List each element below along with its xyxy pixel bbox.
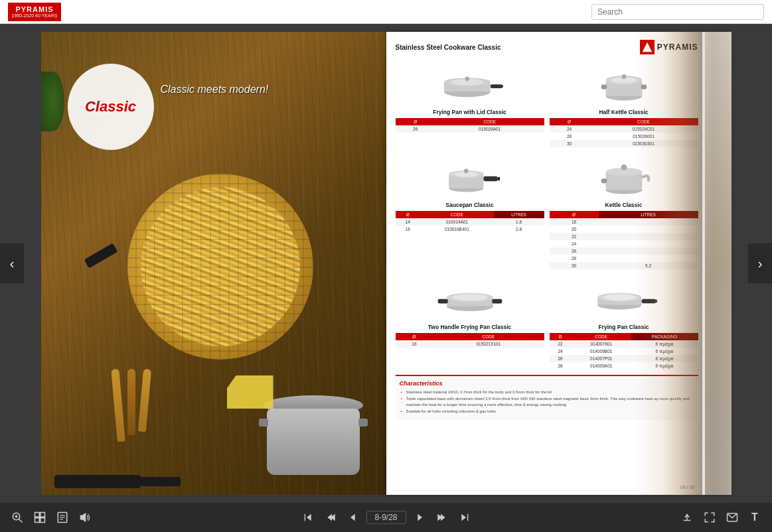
nav-next-section-button[interactable] [433, 508, 451, 527]
toolbar-left [8, 508, 94, 527]
col-header-code: CODE [435, 118, 544, 125]
svg-rect-44 [40, 513, 45, 517]
characteristic-item-3: Suitable for all hobs including inductio… [400, 409, 694, 414]
product-row-1: Frying Pan with Lid Classic Ø CODE [396, 60, 698, 147]
pyramis-brand-name: PYRAMIS [657, 42, 698, 52]
svg-rect-32 [492, 299, 502, 303]
classic-tagline: Classic meets modern! [161, 84, 269, 96]
table-row: 24014009B016 τεμάχια [550, 348, 698, 355]
half-kettle-image [597, 60, 651, 106]
page-indicator: 8-9/28 [366, 511, 406, 524]
svg-marker-56 [350, 514, 355, 521]
svg-point-30 [452, 294, 487, 300]
svg-rect-31 [437, 299, 447, 303]
two-handle-pan-section: Two Handle Frying Pan Classic Ø CODE [396, 275, 544, 369]
svg-rect-20 [483, 176, 497, 181]
svg-point-19 [464, 168, 469, 173]
table-row: 18 [550, 218, 698, 226]
characteristics-title: Characteristics [400, 380, 694, 387]
kettle-svg [597, 156, 651, 196]
cheese-wedge [227, 375, 273, 409]
table-row: 28 [550, 255, 698, 262]
zoom-in-icon [11, 511, 23, 523]
topbar: PYRAMIS 1960-2020 60 YEARS [0, 0, 772, 24]
svg-marker-57 [418, 514, 422, 521]
svg-point-5 [465, 76, 469, 81]
prev-page-button[interactable]: ‹ [0, 243, 24, 283]
next-section-icon [437, 512, 447, 523]
two-handle-pan-image [437, 275, 503, 321]
zoom-in-button[interactable] [8, 508, 27, 527]
search-input[interactable] [591, 4, 764, 20]
half-kettle-name: Half Kettle Classic [599, 109, 648, 115]
nav-last-button[interactable] [455, 508, 474, 527]
sound-button[interactable] [76, 508, 94, 527]
nav-prev-section-button[interactable] [321, 508, 340, 527]
kettle-table: Ø LITRES 18 20 22 24 26 28 [550, 211, 698, 269]
prev-section-icon [325, 512, 336, 523]
fullscreen-button[interactable] [700, 508, 719, 527]
saucepan-table: Ø CODE LITRES 14010014A011.8 16010016B40… [396, 211, 544, 233]
svg-marker-53 [307, 514, 311, 521]
page-number: 08 / 09 [680, 485, 694, 490]
svg-rect-7 [502, 85, 503, 88]
email-button[interactable] [723, 508, 741, 527]
saucepan-svg [440, 156, 500, 196]
pyramis-triangle-icon [641, 41, 653, 53]
characteristic-item-1: Stainless steel material 18/10, 0.7mm th… [400, 389, 694, 395]
nav-prev-button[interactable] [344, 508, 362, 527]
logo-box: PYRAMIS 1960-2020 60 YEARS [8, 3, 61, 21]
table-row: 28015028001 [550, 133, 698, 140]
svg-rect-14 [641, 85, 647, 90]
two-handle-pan-name: Two Handle Frying Pan Classic [428, 324, 512, 330]
share-button[interactable] [678, 508, 696, 527]
leaf-decoration [41, 72, 64, 131]
cookware-series: Classic [477, 44, 501, 51]
table-row: 20 [550, 226, 698, 233]
pan-handle [84, 243, 117, 269]
svg-marker-51 [80, 513, 86, 521]
nav-first-button[interactable] [299, 508, 317, 527]
svg-rect-45 [35, 518, 40, 523]
svg-rect-6 [490, 84, 502, 88]
next-page-icon [414, 512, 425, 523]
pyramis-logo-icon [640, 40, 655, 54]
characteristic-item-2: Triple capsulated base with aluminium sh… [400, 396, 694, 407]
characteristics-section: Characteristics Stainless steel material… [396, 375, 698, 420]
search-container[interactable] [591, 4, 764, 20]
toolbar-right: T [678, 508, 764, 527]
next-page-button[interactable]: › [748, 243, 772, 283]
saucepan-image [440, 153, 500, 199]
page-right: Stainless Steel Cookware Classic PYRAMIS [386, 32, 732, 495]
svg-rect-13 [601, 85, 607, 90]
fries-basket [127, 174, 313, 360]
svg-marker-61 [461, 514, 466, 521]
frying-pan-lid-name: Frying Pan with Lid Classic [433, 109, 506, 115]
fullscreen-icon [704, 511, 716, 523]
right-page-title: Stainless Steel Cookware Classic [396, 44, 501, 51]
svg-line-40 [19, 519, 22, 522]
black-pan [54, 475, 141, 488]
table-row: 30015030301 [550, 140, 698, 147]
text-button[interactable]: T [745, 508, 764, 527]
table-row: 16010016B4012.8 [396, 226, 544, 233]
svg-rect-37 [641, 299, 656, 304]
utensils [114, 369, 149, 442]
svg-point-25 [621, 165, 627, 170]
product-row-2: Saucepan Classic Ø CODE LITRES [396, 153, 698, 269]
right-content: Stainless Steel Cookware Classic PYRAMIS [386, 32, 732, 495]
frying-pan-lid-image [437, 60, 503, 106]
grid-view-button[interactable] [31, 508, 49, 527]
kettle-name: Kettle Classic [605, 202, 643, 208]
prev-page-icon [348, 512, 358, 523]
page-view-button[interactable] [53, 508, 72, 527]
saucepan-section: Saucepan Classic Ø CODE LITRES [396, 153, 544, 269]
table-row: 26 019026A01 [396, 125, 544, 133]
svg-point-12 [621, 74, 626, 79]
page-left: Classic Classic meets modern! [41, 32, 386, 495]
nav-next-button[interactable] [410, 508, 429, 527]
table-row: 22 [550, 233, 698, 240]
toolbar-center: 8-9/28 [299, 508, 474, 527]
svg-rect-21 [497, 177, 499, 181]
half-kettle-section: Half Kettle Classic Ø CODE 24 [550, 60, 698, 147]
